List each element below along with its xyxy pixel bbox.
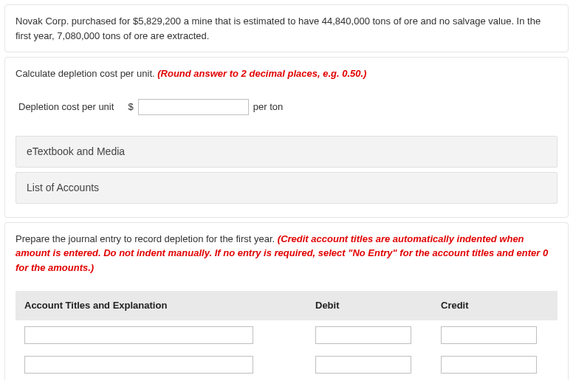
credit-input-1[interactable]: [441, 326, 537, 344]
depletion-label: Depletion cost per unit: [18, 100, 114, 114]
part1-instruction-red: (Round answer to 2 decimal places, e.g. …: [157, 68, 366, 79]
depletion-cost-input[interactable]: [138, 99, 249, 115]
list-of-accounts-accordion[interactable]: List of Accounts: [16, 172, 557, 204]
part1-instruction: Calculate depletion cost per unit. (Roun…: [16, 66, 557, 81]
header-credit: Credit: [432, 291, 557, 320]
table-row: [16, 350, 557, 379]
debit-input-1[interactable]: [315, 326, 411, 344]
list-of-accounts-label: List of Accounts: [27, 182, 99, 193]
depletion-input-row: Depletion cost per unit $ per ton: [18, 99, 557, 115]
unit-label: per ton: [253, 100, 283, 114]
currency-symbol: $: [128, 100, 134, 114]
part2-instruction-plain: Prepare the journal entry to record depl…: [16, 233, 278, 244]
part1-instruction-plain: Calculate depletion cost per unit.: [16, 68, 157, 79]
part1-panel: Calculate depletion cost per unit. (Roun…: [4, 57, 569, 218]
problem-panel: Novak Corp. purchased for $5,829,200 a m…: [4, 4, 569, 52]
journal-entry-table: Account Titles and Explanation Debit Cre…: [16, 291, 557, 379]
header-account: Account Titles and Explanation: [16, 291, 306, 320]
part2-instruction: Prepare the journal entry to record depl…: [16, 232, 557, 275]
etextbook-accordion[interactable]: eTextbook and Media: [16, 136, 557, 168]
table-row: [16, 320, 557, 350]
debit-input-2[interactable]: [315, 356, 411, 374]
credit-input-2[interactable]: [441, 356, 537, 374]
part2-panel: Prepare the journal entry to record depl…: [4, 222, 569, 379]
header-debit: Debit: [306, 291, 432, 320]
problem-text: Novak Corp. purchased for $5,829,200 a m…: [16, 14, 557, 43]
account-title-input-2[interactable]: [24, 356, 253, 374]
table-header-row: Account Titles and Explanation Debit Cre…: [16, 291, 557, 320]
account-title-input-1[interactable]: [24, 326, 253, 344]
etextbook-label: eTextbook and Media: [27, 145, 125, 157]
